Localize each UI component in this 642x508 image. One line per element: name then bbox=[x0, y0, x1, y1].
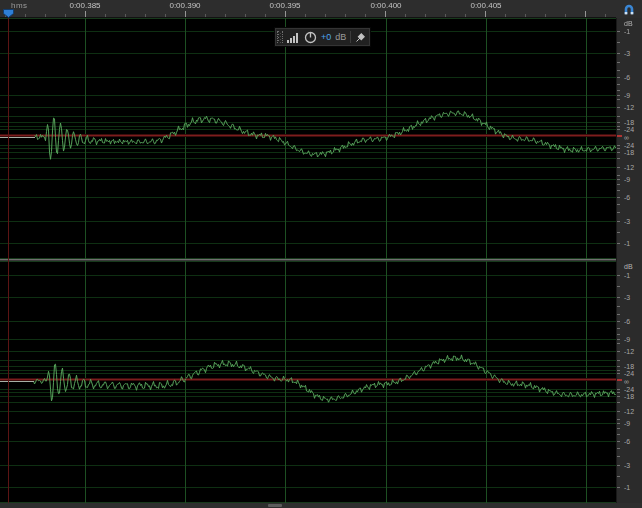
db-scale-label: -6 bbox=[624, 193, 630, 200]
time-label: 0:00.385 bbox=[69, 1, 100, 10]
db-scale-label: -9 bbox=[624, 420, 630, 427]
scrollbar-thumb[interactable] bbox=[268, 504, 282, 507]
time-label: 0:00.405 bbox=[470, 1, 501, 10]
db-scale-tick bbox=[617, 441, 620, 442]
db-scale-tick bbox=[617, 314, 620, 315]
db-scale-label: -3 bbox=[624, 218, 630, 225]
pin-icon[interactable] bbox=[355, 32, 366, 43]
zoom-scrollbar[interactable] bbox=[0, 503, 642, 508]
time-label: 0:00.400 bbox=[370, 1, 401, 10]
hud-separator bbox=[350, 31, 351, 43]
db-scale-tick bbox=[617, 62, 620, 63]
db-scale-tick bbox=[617, 116, 620, 117]
db-scale-label: -1 bbox=[624, 484, 630, 491]
db-scale-label: -18 bbox=[624, 119, 634, 126]
db-scale-tick bbox=[617, 107, 620, 108]
gain-knob[interactable] bbox=[304, 31, 317, 44]
playhead-marker[interactable] bbox=[3, 9, 14, 18]
db-scale-tick bbox=[617, 373, 620, 374]
db-scale-label: -12 bbox=[624, 348, 634, 355]
db-scale-tick bbox=[617, 122, 620, 123]
db-scale-tick bbox=[617, 190, 620, 191]
db-scale-label: -1 bbox=[624, 27, 630, 34]
audio-editor-window: hms 0:00.3850:00.3900:00.3950:00.4000:00… bbox=[0, 0, 642, 508]
db-scale-label: dB bbox=[624, 20, 633, 27]
db-scale-tick bbox=[617, 77, 620, 78]
db-scale-tick bbox=[617, 129, 620, 130]
db-scale-tick bbox=[617, 286, 620, 287]
magnet-icon bbox=[622, 2, 636, 16]
db-scale-tick bbox=[617, 351, 620, 352]
db-scale-tick bbox=[617, 175, 620, 176]
db-scale-label: -9 bbox=[624, 91, 630, 98]
db-scale-label: -18 bbox=[624, 392, 634, 399]
db-scale-label: -12 bbox=[624, 407, 634, 414]
db-scale-tick bbox=[617, 95, 620, 96]
db-scale-tick bbox=[617, 321, 620, 322]
db-scale-tick bbox=[617, 487, 620, 488]
db-scale-label: -24 bbox=[624, 385, 634, 392]
db-scale-tick bbox=[617, 297, 620, 298]
db-scale-label: -12 bbox=[624, 163, 634, 170]
waveform-display[interactable] bbox=[0, 18, 616, 503]
volume-hud[interactable]: +0 dB bbox=[274, 27, 371, 47]
db-scale-tick bbox=[617, 392, 620, 393]
db-scale-tick bbox=[617, 370, 620, 371]
db-scale-label: -1 bbox=[624, 240, 630, 247]
db-scale-label: -18 bbox=[624, 363, 634, 370]
db-scale-tick bbox=[617, 465, 620, 466]
db-scale-label: dB bbox=[624, 263, 633, 270]
db-scale-label: -24 bbox=[624, 370, 634, 377]
time-label: 0:00.395 bbox=[269, 1, 300, 10]
db-scale-tick bbox=[617, 423, 620, 424]
db-scale-tick bbox=[617, 389, 620, 390]
db-scale-tick bbox=[617, 212, 620, 213]
db-scale-label: -12 bbox=[624, 104, 634, 111]
snap-toggle[interactable] bbox=[616, 0, 642, 18]
db-scale-tick bbox=[617, 428, 620, 429]
db-scale-tick bbox=[617, 402, 620, 403]
db-scale-tick bbox=[617, 476, 620, 477]
db-scale-tick bbox=[617, 152, 620, 153]
gain-value[interactable]: +0 bbox=[321, 33, 331, 42]
db-scale-tick bbox=[617, 135, 622, 137]
db-scale-label: -6 bbox=[624, 74, 630, 81]
db-scale-tick bbox=[617, 184, 620, 185]
db-scale-tick bbox=[617, 31, 620, 32]
db-scale-tick bbox=[617, 148, 620, 149]
db-scale-tick bbox=[617, 448, 620, 449]
db-scale-label: -24 bbox=[624, 141, 634, 148]
db-scale-tick bbox=[617, 334, 620, 335]
db-scale-tick bbox=[617, 42, 620, 43]
db-scale-label: ∞ bbox=[624, 134, 629, 141]
gain-unit-label: dB bbox=[335, 33, 346, 42]
db-scale-tick bbox=[617, 90, 620, 91]
db-scale-tick bbox=[617, 158, 620, 159]
db-scale-tick bbox=[617, 84, 620, 85]
db-scale-tick bbox=[617, 99, 620, 100]
db-scale-tick bbox=[617, 396, 620, 397]
db-scale-tick bbox=[617, 339, 620, 340]
db-scale-tick bbox=[617, 434, 620, 435]
db-scale-label: -9 bbox=[624, 176, 630, 183]
timeline-ruler[interactable]: hms 0:00.3850:00.3900:00.3950:00.4000:00… bbox=[0, 0, 642, 18]
db-scale-label: -6 bbox=[624, 437, 630, 444]
db-scale-label: -1 bbox=[624, 271, 630, 278]
db-scale-tick bbox=[617, 179, 620, 180]
db-scale-tick bbox=[617, 70, 620, 71]
grip-handle[interactable] bbox=[277, 31, 283, 43]
db-scale-tick bbox=[617, 379, 622, 381]
db-scale-tick bbox=[617, 204, 620, 205]
db-scale-tick bbox=[617, 53, 620, 54]
db-scale-label: -18 bbox=[624, 148, 634, 155]
db-scale-label: -3 bbox=[624, 462, 630, 469]
db-scale-tick bbox=[617, 419, 620, 420]
db-scale-tick bbox=[617, 360, 620, 361]
db-scale-tick bbox=[617, 456, 620, 457]
db-scale-tick bbox=[617, 343, 620, 344]
db-scale-label: -3 bbox=[624, 293, 630, 300]
db-scale: dB-1-1-3-3-6-6-9-9-12-12-18-18-24-24∞dB-… bbox=[616, 18, 642, 503]
levels-icon bbox=[287, 32, 300, 43]
db-scale-label: -3 bbox=[624, 49, 630, 56]
db-scale-tick bbox=[617, 328, 620, 329]
